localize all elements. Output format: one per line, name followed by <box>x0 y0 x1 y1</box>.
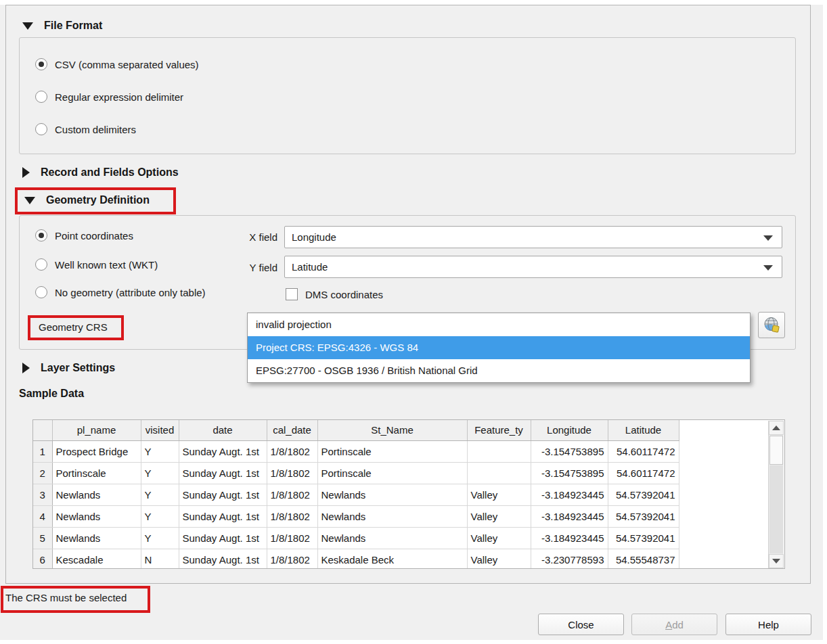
column-header[interactable]: Feature_ty <box>467 420 531 440</box>
table-cell[interactable]: -3.230778593 <box>531 549 608 569</box>
radio-no-geometry[interactable]: No geometry (attribute only table) <box>35 285 206 300</box>
scrollbar-track[interactable] <box>769 465 783 553</box>
chevron-down-icon[interactable] <box>763 235 773 241</box>
collapse-arrow-right-icon[interactable] <box>22 167 30 178</box>
table-cell[interactable]: 54.57392041 <box>608 505 679 527</box>
row-number-cell[interactable]: 3 <box>33 484 52 505</box>
column-header[interactable]: date <box>179 420 267 440</box>
table-cell[interactable] <box>467 440 531 462</box>
scrollbar-up-button[interactable] <box>769 421 784 435</box>
table-cell[interactable]: Newlands <box>52 505 141 527</box>
section-record-fields-options[interactable]: Record and Fields Options <box>22 166 179 179</box>
column-header[interactable]: Latitude <box>608 420 679 440</box>
table-cell[interactable]: N <box>141 549 179 569</box>
vertical-scrollbar[interactable] <box>768 421 784 568</box>
table-cell[interactable]: Sunday Augt. 1st <box>179 440 267 462</box>
table-cell[interactable]: 1/8/1802 <box>267 440 317 462</box>
table-cell[interactable]: Sunday Augt. 1st <box>179 462 267 484</box>
add-button[interactable]: Add <box>631 614 717 635</box>
x-field-combobox[interactable]: Longitude <box>284 226 782 248</box>
crs-option-project-crs[interactable]: Project CRS: EPSG:4326 - WGS 84 <box>248 336 750 359</box>
scrollbar-down-button[interactable] <box>769 554 784 568</box>
table-cell[interactable]: 54.55548737 <box>608 549 679 569</box>
table-cell[interactable]: 54.60117472 <box>608 440 679 462</box>
table-cell[interactable]: Portinscale <box>317 440 467 462</box>
table-cell[interactable]: -3.154753895 <box>531 462 608 484</box>
table-cell[interactable]: Prospect Bridge <box>52 440 141 462</box>
table-cell[interactable]: Valley <box>467 527 531 549</box>
table-cell[interactable] <box>467 462 531 484</box>
table-cell[interactable]: Keskadale Beck <box>317 549 467 569</box>
section-file-format[interactable]: File Format <box>22 20 102 32</box>
table-cell[interactable]: Valley <box>467 505 531 527</box>
table-cell[interactable]: 1/8/1802 <box>267 527 317 549</box>
column-header[interactable]: cal_date <box>267 420 317 440</box>
radio-button-icon[interactable] <box>35 58 47 70</box>
table-cell[interactable]: 1/8/1802 <box>267 462 317 484</box>
table-cell[interactable]: -3.184923445 <box>531 505 608 527</box>
checkbox-icon[interactable] <box>286 288 298 300</box>
table-cell[interactable]: -3.154753895 <box>531 440 608 462</box>
radio-button-icon[interactable] <box>35 229 47 242</box>
table-cell[interactable]: Sunday Augt. 1st <box>179 549 267 569</box>
table-cell[interactable]: Y <box>141 505 179 527</box>
table-cell[interactable]: Portinscale <box>317 462 467 484</box>
table-cell[interactable]: Newlands <box>317 527 467 549</box>
radio-button-icon[interactable] <box>35 286 47 298</box>
column-header[interactable]: St_Name <box>317 420 467 440</box>
row-number-cell[interactable]: 1 <box>33 440 52 462</box>
row-number-cell[interactable]: 5 <box>33 527 52 549</box>
chevron-down-icon[interactable] <box>763 265 773 271</box>
y-field-combobox[interactable]: Latitude <box>284 256 782 278</box>
radio-button-icon[interactable] <box>35 91 47 103</box>
radio-regex-delimiter[interactable]: Regular expression delimiter <box>35 89 183 104</box>
row-number-cell[interactable]: 2 <box>33 462 52 484</box>
row-number-cell[interactable]: 6 <box>33 549 52 569</box>
table-cell[interactable]: 1/8/1802 <box>267 484 317 505</box>
radio-label: No geometry (attribute only table) <box>55 287 206 298</box>
table-cell[interactable]: 1/8/1802 <box>267 549 317 569</box>
radio-wkt[interactable]: Well known text (WKT) <box>35 257 158 272</box>
radio-button-icon[interactable] <box>35 123 47 135</box>
radio-csv[interactable]: CSV (comma separated values) <box>35 57 199 72</box>
collapse-arrow-right-icon[interactable] <box>22 363 30 373</box>
column-header[interactable]: pl_name <box>52 420 141 440</box>
radio-button-icon[interactable] <box>35 258 47 271</box>
row-number-cell[interactable]: 4 <box>33 505 52 527</box>
crs-option-invalid[interactable]: invalid projection <box>248 313 750 336</box>
scrollbar-thumb[interactable] <box>769 436 783 465</box>
radio-custom-delimiters[interactable]: Custom delimiters <box>35 122 136 137</box>
help-button[interactable]: Help <box>725 614 811 635</box>
table-cell[interactable]: 54.57392041 <box>608 527 679 549</box>
column-header[interactable] <box>33 420 52 440</box>
table-cell[interactable]: -3.184923445 <box>531 527 608 549</box>
table-cell[interactable]: 54.57392041 <box>608 484 679 505</box>
table-cell[interactable]: Y <box>141 440 179 462</box>
table-cell[interactable]: -3.184923445 <box>531 484 608 505</box>
dms-coordinates-checkbox-row[interactable]: DMS coordinates <box>286 287 383 302</box>
column-header[interactable]: Longitude <box>531 420 608 440</box>
collapse-arrow-down-icon[interactable] <box>22 22 33 30</box>
table-cell[interactable]: Newlands <box>317 505 467 527</box>
table-cell[interactable]: Sunday Augt. 1st <box>179 527 267 549</box>
table-cell[interactable]: Y <box>141 484 179 505</box>
table-cell[interactable]: Sunday Augt. 1st <box>179 505 267 527</box>
radio-point-coordinates[interactable]: Point coordinates <box>35 228 133 243</box>
close-button[interactable]: Close <box>538 614 624 635</box>
crs-selector-button[interactable] <box>758 312 785 338</box>
table-cell[interactable]: Newlands <box>317 484 467 505</box>
table-cell[interactable]: Portinscale <box>52 462 141 484</box>
column-header[interactable]: visited <box>141 420 179 440</box>
table-cell[interactable]: Newlands <box>52 527 141 549</box>
table-cell[interactable]: Kescadale <box>52 549 141 569</box>
table-cell[interactable]: Newlands <box>52 484 141 505</box>
crs-option-epsg27700[interactable]: EPSG:27700 - OSGB 1936 / British Nationa… <box>248 359 750 382</box>
table-cell[interactable]: 1/8/1802 <box>267 505 317 527</box>
section-layer-settings[interactable]: Layer Settings <box>22 362 115 374</box>
table-cell[interactable]: Valley <box>467 549 531 569</box>
table-cell[interactable]: Sunday Augt. 1st <box>179 484 267 505</box>
table-cell[interactable]: 54.60117472 <box>608 462 679 484</box>
table-cell[interactable]: Y <box>141 527 179 549</box>
table-cell[interactable]: Y <box>141 462 179 484</box>
table-cell[interactable]: Valley <box>467 484 531 505</box>
